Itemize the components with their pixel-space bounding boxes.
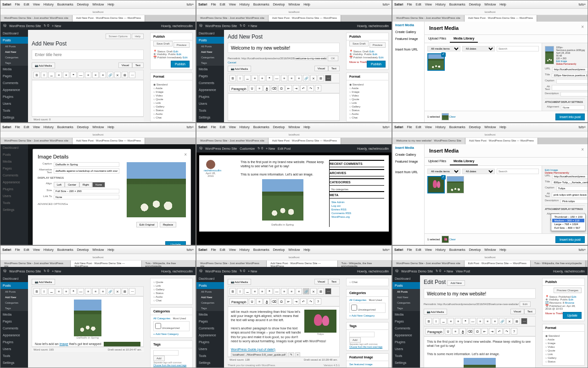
insert-button[interactable]: Insert into post bbox=[555, 113, 585, 120]
close-icon[interactable]: × bbox=[581, 24, 584, 29]
image-preview bbox=[127, 162, 186, 217]
sidebar-dashboard[interactable]: Dashboard bbox=[0, 30, 28, 37]
wp-topbar: ⓌWordPress Demo Site↻ 0+ NewHowdy, rache… bbox=[0, 22, 196, 30]
post-title-input[interactable] bbox=[228, 43, 340, 53]
publish-box: Publish Save DraftPreview 📍 Status: Draf… bbox=[150, 33, 193, 70]
avatar bbox=[206, 160, 215, 169]
save-draft-button[interactable]: Save Draft bbox=[153, 41, 173, 46]
admin-sidebar: Dashboard Posts All PostsAdd NewCategori… bbox=[0, 30, 28, 122]
preview-button[interactable]: Preview bbox=[174, 42, 190, 48]
tabbar[interactable]: WordPress Demo Site - Just another WordP… bbox=[0, 15, 196, 22]
new-button[interactable]: + New bbox=[52, 24, 61, 28]
wp-logo-icon[interactable]: Ⓦ bbox=[3, 23, 6, 28]
sidebar-posts[interactable]: Posts bbox=[0, 37, 28, 44]
post-image bbox=[262, 179, 303, 221]
close-icon[interactable]: × bbox=[184, 152, 187, 157]
size-dropdown[interactable]: Thumbnail – 150 × 150 Medium – 300 × 218… bbox=[551, 214, 586, 231]
content-editor[interactable]: Daffodils in Spring Now let's add an ima… bbox=[32, 296, 144, 347]
edit-link-icon[interactable]: ✎ bbox=[288, 352, 294, 357]
remove-link-icon[interactable]: × bbox=[295, 352, 301, 357]
publish-button[interactable]: Publish bbox=[171, 61, 190, 68]
close-icon[interactable]: × bbox=[581, 147, 584, 152]
image-details-modal: Image Details× Caption Alternative Text … bbox=[33, 149, 191, 245]
post-title-input[interactable] bbox=[32, 50, 144, 60]
editor-toolbar: BI⚊≡≡❝—≡≡≡🔗⤫⊞⋯ bbox=[32, 70, 144, 80]
page-title: Add New Post bbox=[32, 40, 144, 47]
add-media-button[interactable]: 📷 Add Media bbox=[32, 62, 55, 68]
insert-media-modal: Insert MediaCreate GalleryFeatured Image… bbox=[392, 144, 588, 245]
post-view: rachelmccollinApril 28, 2016 This is the… bbox=[199, 155, 389, 232]
insert-media-modal: Insert Media Create Gallery Featured Ima… bbox=[392, 22, 588, 122]
urlbar: localhost bbox=[0, 9, 196, 15]
content-editor[interactable] bbox=[32, 80, 144, 117]
editor-area: Screen Options Help Add New Post 📷 Add M… bbox=[28, 30, 147, 122]
media-thumb[interactable] bbox=[427, 53, 445, 71]
update-button[interactable]: Update bbox=[165, 241, 186, 245]
menubar: SafariFileEditViewHistoryBookmarksDevelo… bbox=[0, 0, 196, 9]
